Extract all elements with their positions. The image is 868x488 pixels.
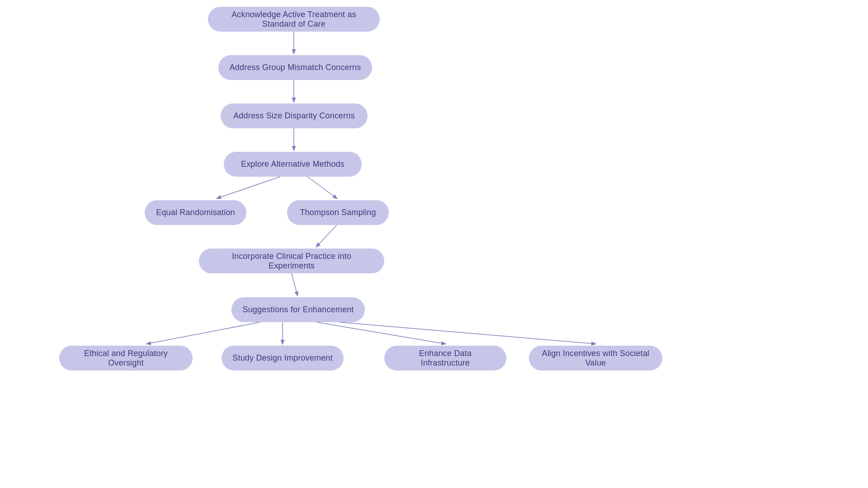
node-ethical: Ethical and Regulatory Oversight [59,346,193,371]
svg-line-7 [292,273,297,296]
node-clinical: Incorporate Clinical Practice into Exper… [199,249,384,273]
svg-line-8 [147,322,260,344]
svg-line-4 [217,177,280,198]
node-group-mismatch: Address Group Mismatch Concerns [218,55,372,80]
svg-line-10 [316,322,445,344]
node-suggestions: Suggestions for Enhancement [231,297,365,322]
node-alt-methods: Explore Alternative Methods [224,152,362,177]
node-acknowledge: Acknowledge Active Treatment as Standard… [208,7,380,32]
node-align-incentives: Align Incentives with Societal Value [529,346,662,371]
arrows-svg [0,0,868,488]
svg-line-11 [339,322,595,344]
node-study-design: Study Design Improvement [222,346,344,371]
node-data-infra: Enhance Data Infrastructure [384,346,506,371]
svg-line-5 [307,177,337,198]
node-thompson: Thompson Sampling [287,200,389,225]
flowchart-diagram: Acknowledge Active Treatment as Standard… [0,0,868,488]
node-size-disparity: Address Size Disparity Concerns [221,103,368,128]
svg-line-6 [316,225,337,247]
node-equal-rand: Equal Randomisation [145,200,246,225]
